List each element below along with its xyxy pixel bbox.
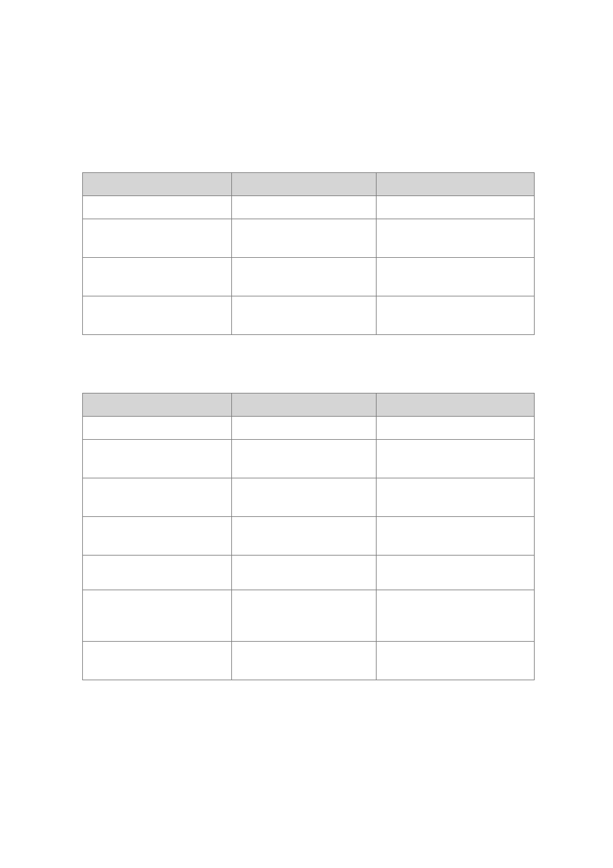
table-1-row	[83, 196, 535, 219]
table-2	[82, 393, 535, 680]
table-2-cell	[231, 556, 376, 590]
table-2-cell	[376, 417, 534, 440]
table-1-cell	[231, 258, 376, 296]
table-2-cell	[83, 642, 232, 680]
table-1-row	[83, 296, 535, 335]
table-1-row	[83, 219, 535, 258]
table-2-cell	[83, 417, 232, 440]
table-1-cell	[231, 219, 376, 258]
table-2-cell	[376, 440, 534, 478]
table-2-cell	[231, 478, 376, 517]
table-2-cell	[376, 478, 534, 517]
table-1-header-cell	[376, 173, 534, 196]
table-1-cell	[231, 196, 376, 219]
table-2-row	[83, 517, 535, 556]
table-2-cell	[376, 556, 534, 590]
table-2-header-cell	[376, 393, 534, 417]
table-1-cell	[83, 219, 232, 258]
table-1-cell	[376, 196, 534, 219]
table-1-cell	[83, 196, 232, 219]
table-2-header-cell	[83, 393, 232, 417]
table-1-cell	[83, 258, 232, 296]
table-2-cell	[376, 642, 534, 680]
table-2-header-cell	[231, 393, 376, 417]
page-content	[82, 172, 535, 680]
table-gap	[82, 335, 535, 393]
table-1-header-cell	[83, 173, 232, 196]
table-1-cell	[83, 296, 232, 335]
table-2-row	[83, 417, 535, 440]
table-1-cell	[376, 296, 534, 335]
table-2-row	[83, 556, 535, 590]
table-2-cell	[231, 642, 376, 680]
table-2-cell	[83, 478, 232, 517]
table-2-cell	[376, 590, 534, 642]
table-2-cell	[83, 590, 232, 642]
table-1-cell	[376, 258, 534, 296]
table-1-row	[83, 258, 535, 296]
table-2-cell	[231, 590, 376, 642]
table-2-cell	[231, 517, 376, 556]
table-2-row	[83, 642, 535, 680]
table-1-cell	[231, 296, 376, 335]
table-1-cell	[376, 219, 534, 258]
table-2-header-row	[83, 393, 535, 417]
table-1	[82, 172, 535, 335]
table-2-cell	[231, 440, 376, 478]
table-2-cell	[83, 440, 232, 478]
table-2-row	[83, 478, 535, 517]
table-2-cell	[231, 417, 376, 440]
table-2-cell	[83, 517, 232, 556]
table-2-cell	[376, 517, 534, 556]
table-2-cell	[83, 556, 232, 590]
table-2-row	[83, 440, 535, 478]
table-1-header-cell	[231, 173, 376, 196]
table-2-row	[83, 590, 535, 642]
table-1-header-row	[83, 173, 535, 196]
